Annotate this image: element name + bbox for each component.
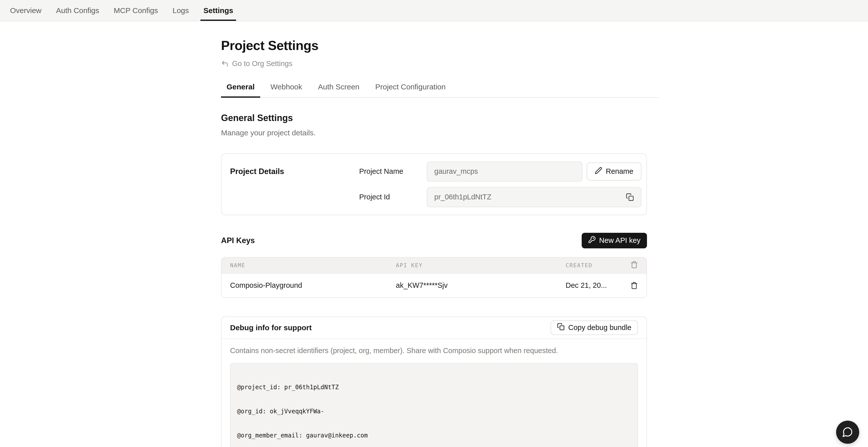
nav-item-logs[interactable]: Logs <box>173 0 189 21</box>
pencil-icon <box>595 167 602 176</box>
nav-item-overview[interactable]: Overview <box>10 0 41 21</box>
col-header-created: CREATED <box>566 262 624 268</box>
project-name-row: Project Name gaurav_mcps Rename <box>359 161 642 182</box>
copy-project-id-icon[interactable] <box>626 193 634 201</box>
key-icon <box>588 236 596 245</box>
support-chat-button[interactable] <box>836 421 859 444</box>
tab-project-configuration[interactable]: Project Configuration <box>370 83 451 97</box>
delete-api-key-icon[interactable] <box>630 282 638 289</box>
project-name-label: Project Name <box>359 167 427 175</box>
project-details-card: Project Details Project Name gaurav_mcps… <box>221 154 647 215</box>
debug-bundle-code-block: @project_id: pr_06th1pLdNtTZ @org_id: ok… <box>230 363 638 447</box>
col-header-name: NAME <box>230 262 396 268</box>
api-key-created-cell: Dec 21, 20... <box>566 281 624 290</box>
api-key-table-row: Composio-Playground ak_KW7*****Sjv Dec 2… <box>221 273 647 297</box>
go-to-org-settings-link[interactable]: Go to Org Settings <box>221 60 292 68</box>
tab-general[interactable]: General <box>221 83 260 97</box>
message-bubble-icon <box>842 426 853 438</box>
project-id-value: pr_06th1pLdNtTZ <box>434 193 491 201</box>
header-trash-icon <box>630 261 638 270</box>
col-header-api-key: API KEY <box>396 262 566 268</box>
api-keys-heading: API Keys <box>221 236 255 245</box>
api-key-value-cell: ak_KW7*****Sjv <box>396 281 566 290</box>
nav-item-mcp-configs[interactable]: MCP Configs <box>114 0 158 21</box>
project-top-nav: Overview Auth Configs MCP Configs Logs S… <box>0 0 868 21</box>
debug-info-heading: Debug info for support <box>230 323 312 332</box>
new-api-key-button[interactable]: New API key <box>582 233 647 248</box>
api-key-name-cell: Composio-Playground <box>230 281 396 290</box>
settings-tabs: General Webhook Auth Screen Project Conf… <box>221 83 659 98</box>
project-name-input[interactable]: gaurav_mcps <box>427 161 583 182</box>
debug-description: Contains non-secret identifiers (project… <box>230 346 638 356</box>
project-id-label: Project Id <box>359 193 427 201</box>
tab-webhook[interactable]: Webhook <box>265 83 308 97</box>
debug-info-card: Debug info for support Copy debug bundle… <box>221 316 647 447</box>
nav-item-settings[interactable]: Settings <box>204 0 233 21</box>
nav-item-auth-configs[interactable]: Auth Configs <box>56 0 99 21</box>
api-keys-header: API Keys New API key <box>221 233 647 248</box>
debug-card-body: Contains non-secret identifiers (project… <box>221 339 647 447</box>
page-title: Project Settings <box>221 37 868 54</box>
project-id-row: Project Id pr_06th1pLdNtTZ <box>359 187 642 207</box>
settings-page: Project Settings Go to Org Settings Gene… <box>0 37 868 447</box>
code-line: @org_member_email: gaurav@inkeep.com <box>237 432 631 440</box>
copy-icon <box>557 323 565 332</box>
general-settings-subheading: Manage your project details. <box>221 128 647 138</box>
tab-auth-screen[interactable]: Auth Screen <box>312 83 365 97</box>
api-keys-table-header: NAME API KEY CREATED <box>221 258 647 273</box>
copy-debug-bundle-button[interactable]: Copy debug bundle <box>551 320 638 335</box>
code-line: @project_id: pr_06th1pLdNtTZ <box>237 383 631 391</box>
rename-button[interactable]: Rename <box>587 162 642 181</box>
go-to-org-settings-label: Go to Org Settings <box>232 60 292 68</box>
code-line: @org_id: ok_jVveqqkYFWa- <box>237 407 631 415</box>
api-keys-table: NAME API KEY CREATED Composio-Playground… <box>221 257 647 298</box>
general-settings-heading: General Settings <box>221 112 647 124</box>
debug-card-header: Debug info for support Copy debug bundle <box>221 317 647 339</box>
project-details-heading: Project Details <box>230 161 359 207</box>
corner-up-left-icon <box>221 60 228 68</box>
project-id-input[interactable]: pr_06th1pLdNtTZ <box>427 187 642 207</box>
